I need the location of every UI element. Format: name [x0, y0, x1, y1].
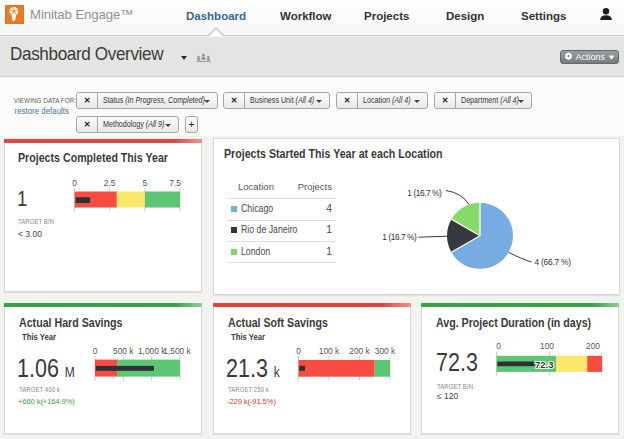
svg-text:7.5: 7.5 [169, 178, 181, 188]
svg-text:4 (66.7 %): 4 (66.7 %) [535, 257, 572, 267]
svg-text:300 k: 300 k [375, 346, 396, 356]
svg-text:1 (16.7 %): 1 (16.7 %) [382, 232, 417, 242]
svg-text:5: 5 [143, 178, 148, 188]
svg-text:0: 0 [296, 346, 301, 356]
svg-text:0: 0 [72, 178, 77, 188]
svg-text:0: 0 [93, 346, 98, 356]
svg-text:100: 100 [540, 341, 554, 351]
svg-text:200 k: 200 k [349, 346, 370, 356]
svg-text:1,000 k: 1,000 k [138, 346, 166, 356]
svg-text:100 k: 100 k [319, 346, 340, 356]
svg-text:2.5: 2.5 [104, 178, 116, 188]
svg-text:1,500 k: 1,500 k [163, 346, 191, 356]
svg-text:1 (16.7 %): 1 (16.7 %) [407, 188, 442, 198]
svg-text:200: 200 [586, 341, 600, 351]
svg-text:500 k: 500 k [113, 346, 134, 356]
svg-text:72.3: 72.3 [535, 359, 554, 370]
svg-text:0: 0 [496, 341, 501, 351]
